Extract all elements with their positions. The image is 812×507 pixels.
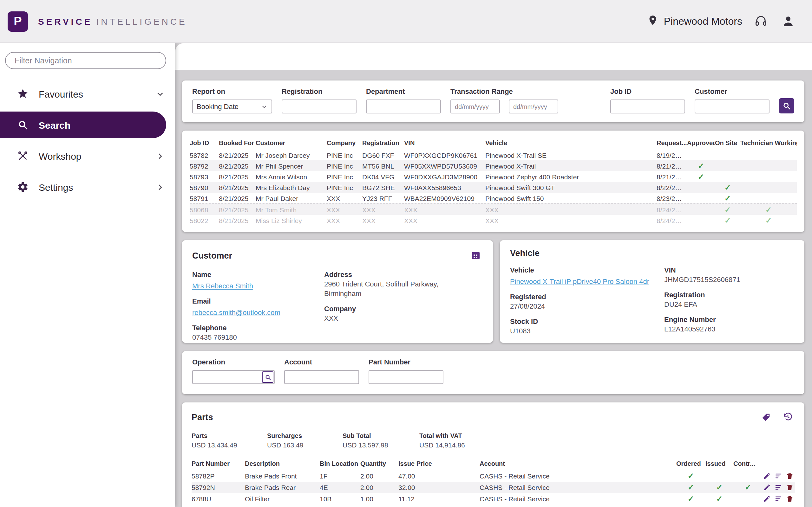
column-header[interactable]: Bin Location — [320, 460, 360, 467]
subtotal-block: Sub Total USD 13,597.98 — [343, 432, 419, 449]
edit-icon[interactable] — [763, 495, 771, 503]
customer-name-link[interactable]: Mrs Rebecca Smith — [192, 282, 253, 290]
column-header[interactable]: Ordered — [676, 460, 705, 467]
vehicle-link[interactable]: Pinewood X-Trail iP pDrive40 Pro Saloon … — [510, 278, 649, 285]
results-row[interactable]: 587918/21/2025Mr Paul DakerXXXYJ23 RFFWB… — [190, 193, 797, 204]
surcharges-block: Surcharges USD 163.49 — [267, 432, 343, 449]
results-row[interactable]: 580688/21/2025Mr Tom SmithXXXXXXXXXXXX8/… — [190, 204, 797, 215]
column-header[interactable]: Part Number — [192, 460, 245, 467]
results-table-header: Job IDBooked ForCustomerCompanyRegistrat… — [190, 135, 797, 150]
account-input[interactable] — [284, 370, 359, 384]
cell-registration: MT56 BNL — [362, 162, 404, 170]
user-icon[interactable] — [780, 13, 797, 30]
search-button[interactable] — [779, 98, 794, 113]
account-group: Account — [284, 358, 359, 387]
column-header[interactable]: On Site — [715, 139, 740, 146]
results-row[interactable]: 580228/21/2025Miss Liz ShirleyXXXXXXXXXX… — [190, 215, 797, 226]
cell-bin: 4E — [320, 484, 360, 491]
app-logo[interactable]: P — [8, 11, 28, 32]
cell-quantity: 1.00 — [360, 495, 398, 503]
sidebar-item-favourites[interactable]: Favourites — [0, 80, 175, 107]
cell-part_number: 6788U — [192, 495, 245, 503]
cell-registration: XXX — [362, 216, 404, 224]
cell-account: CASHS - Retail Service — [479, 495, 676, 503]
details-icon[interactable] — [774, 484, 782, 491]
top-bar: P SERVICEINTELLIGENCE Pinewood Motors — [0, 0, 812, 43]
address-value: 2960 Trident Court, Solihull Parkway, Bi… — [324, 279, 462, 298]
filter-navigation-input[interactable] — [5, 52, 166, 69]
column-header[interactable]: VIN — [404, 139, 485, 146]
details-icon[interactable] — [774, 495, 782, 503]
date-from-input[interactable] — [450, 100, 500, 113]
history-icon[interactable] — [781, 410, 795, 424]
delete-icon[interactable] — [786, 484, 794, 491]
check-icon: ✓ — [745, 483, 751, 492]
department-input[interactable] — [366, 100, 441, 113]
date-to-input[interactable] — [509, 100, 558, 113]
delete-icon[interactable] — [786, 495, 794, 503]
column-header[interactable]: Description — [245, 460, 320, 467]
sidebar-item-search[interactable]: Search — [0, 112, 166, 138]
column-header[interactable]: Vehicle — [485, 139, 657, 146]
column-header[interactable]: Job ID — [190, 139, 219, 146]
cell-job_id: 58791 — [190, 194, 219, 202]
cell-quantity: 2.00 — [360, 472, 398, 480]
customer-card: Customer Name Mrs Rebecca Smith — [182, 240, 493, 343]
report-on-label: Report on — [192, 88, 272, 95]
cell-booked_for: 8/21/2025 — [219, 216, 256, 224]
edit-icon[interactable] — [763, 484, 771, 491]
column-header[interactable]: Contr... — [733, 460, 763, 467]
details-icon[interactable] — [774, 472, 782, 480]
search-icon — [16, 119, 29, 130]
search-filter-panel: Report on Booking Date Registration Depa… — [182, 80, 804, 122]
column-header[interactable]: Technician Working — [740, 139, 797, 146]
delete-icon[interactable] — [786, 472, 794, 480]
calendar-icon[interactable] — [469, 248, 483, 262]
cell-booked_for: 8/21/2025 — [219, 173, 256, 180]
sidebar-nav: Favourites Search Workshop — [0, 80, 175, 200]
customer-filter-input[interactable] — [695, 100, 769, 113]
column-header[interactable]: Customer — [256, 139, 327, 146]
sidebar-item-settings[interactable]: Settings — [0, 174, 175, 200]
column-header[interactable]: Approved — [687, 139, 715, 146]
registration-input[interactable] — [282, 100, 357, 113]
tag-icon[interactable] — [759, 410, 773, 424]
column-header[interactable]: Company — [327, 139, 362, 146]
company-value: XXX — [324, 314, 462, 323]
results-table: Job IDBooked ForCustomerCompanyRegistrat… — [182, 130, 804, 232]
results-row[interactable]: 587828/21/2025Mr Joseph DarceyPINE IncDG… — [190, 150, 797, 160]
star-icon — [16, 88, 29, 100]
results-row[interactable]: 587908/21/2025Mrs Elizabeth DayPINE IncB… — [190, 182, 797, 193]
job-id-input[interactable] — [610, 100, 685, 113]
dealer-selector[interactable]: Pinewood Motors — [647, 14, 742, 28]
results-row[interactable]: 587938/21/2025Mrs Annie WilsonPINE IncDK… — [190, 171, 797, 182]
parts-row[interactable]: 6788UOil Filter10B1.0011.12CASHS - Retai… — [192, 493, 795, 504]
report-on-select[interactable]: Booking Date — [192, 100, 272, 113]
part-number-input[interactable] — [368, 370, 444, 384]
edit-icon[interactable] — [763, 472, 771, 480]
column-header[interactable]: Quantity — [360, 460, 398, 467]
chevron-right-icon — [155, 151, 165, 161]
check-icon: ✓ — [688, 494, 694, 503]
column-header[interactable]: Booked For — [219, 139, 256, 146]
row-actions — [763, 472, 795, 480]
report-on-group: Report on Booking Date — [192, 88, 272, 113]
registered-value: 27/08/2024 — [510, 302, 648, 311]
customer-email-link[interactable]: rebecca.smith@outlook.com — [192, 308, 281, 316]
column-header[interactable]: Account — [479, 460, 676, 467]
brand: P SERVICEINTELLIGENCE — [8, 11, 187, 32]
headset-icon[interactable] — [752, 13, 769, 30]
results-row[interactable]: 587928/21/2025Mr Phil SpencerPINE IncMT5… — [190, 160, 797, 171]
parts-row[interactable]: 58782PBrake Pads Front1F2.0047.00CASHS -… — [192, 470, 795, 482]
column-header[interactable]: Registration — [362, 139, 404, 146]
account-label: Account — [284, 358, 359, 366]
column-header[interactable]: Issued — [705, 460, 733, 467]
column-header[interactable]: Request... — [657, 139, 687, 146]
row-actions — [763, 495, 795, 503]
sidebar-item-label: Workshop — [39, 151, 146, 161]
sidebar-item-workshop[interactable]: Workshop — [0, 143, 175, 169]
report-on-value: Booking Date — [197, 103, 239, 110]
parts-row[interactable]: 58792NBrake Pads Rear4E2.0032.00CASHS - … — [192, 482, 795, 493]
operation-search-button[interactable] — [262, 372, 273, 383]
column-header[interactable]: Issue Price — [398, 460, 479, 467]
